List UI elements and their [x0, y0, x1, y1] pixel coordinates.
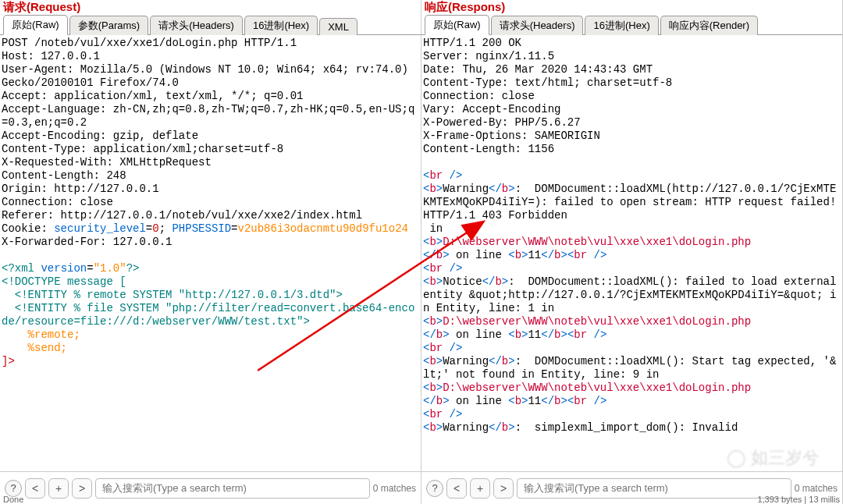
request-tab-1[interactable]: 参数(Params)	[69, 16, 148, 35]
request-raw-content[interactable]: POST /noteb/vul/xxe/xxe1/doLogin.php HTT…	[0, 35, 421, 471]
response-tab-2[interactable]: 16进制(Hex)	[585, 16, 658, 35]
request-searchbar: ? < + > 0 matches	[0, 471, 421, 504]
request-title: 请求(Request)	[0, 0, 421, 14]
app-root: 请求(Request) 原始(Raw)参数(Params)请求头(Headers…	[0, 0, 843, 504]
response-searchbar: ? < + > 0 matches	[422, 471, 842, 504]
request-tab-0[interactable]: 原始(Raw)	[3, 15, 68, 35]
add-button[interactable]: +	[48, 478, 69, 499]
match-count: 0 matches	[373, 483, 416, 494]
response-raw-content[interactable]: HTTP/1.1 200 OKServer: nginx/1.11.5Date:…	[422, 35, 842, 471]
response-title: 响应(Respons)	[422, 0, 842, 14]
match-count: 0 matches	[795, 483, 838, 494]
response-pane: 响应(Respons) 原始(Raw)请求头(Headers)16进制(Hex)…	[422, 0, 843, 504]
request-tabs: 原始(Raw)参数(Params)请求头(Headers)16进制(Hex)XM…	[0, 14, 421, 35]
search-input[interactable]	[95, 478, 370, 499]
response-tab-0[interactable]: 原始(Raw)	[425, 15, 489, 35]
response-tab-3[interactable]: 响应内容(Render)	[660, 16, 758, 35]
request-tab-3[interactable]: 16进制(Hex)	[244, 16, 318, 35]
response-tab-1[interactable]: 请求头(Headers)	[491, 16, 584, 35]
help-button[interactable]: ?	[426, 480, 443, 497]
response-tabs: 原始(Raw)请求头(Headers)16进制(Hex)响应内容(Render)	[422, 14, 842, 35]
prev-match-button[interactable]: <	[446, 478, 467, 499]
request-tab-2[interactable]: 请求头(Headers)	[150, 16, 243, 35]
help-button[interactable]: ?	[5, 480, 22, 497]
next-match-button[interactable]: >	[72, 478, 92, 499]
next-match-button[interactable]: >	[493, 478, 514, 499]
prev-match-button[interactable]: <	[25, 478, 45, 499]
request-pane: 请求(Request) 原始(Raw)参数(Params)请求头(Headers…	[0, 0, 422, 504]
request-tab-4[interactable]: XML	[319, 18, 357, 35]
add-button[interactable]: +	[470, 478, 490, 499]
search-input[interactable]	[517, 478, 791, 499]
